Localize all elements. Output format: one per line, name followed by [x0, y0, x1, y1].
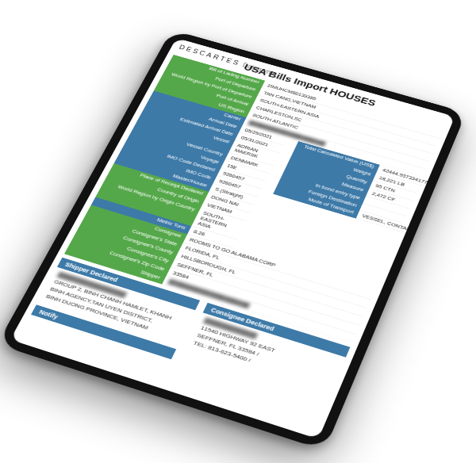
address-line: GROUP 2, BINH CHANH HAMLET, KHANH [52, 278, 186, 327]
row-value: 33584 [167, 267, 359, 335]
shipper-declared-body: ████████████████ GROUP 2, BINH CHANH HAM… [38, 267, 195, 346]
address-line: 11540 HIGHWAY 92 EAST [199, 324, 337, 374]
data-row: Consignee's Zip Code33584 [69, 237, 359, 334]
tablet-bezel: DESCARTESDatamyne USA Bills Import HOUSE… [0, 29, 466, 450]
data-row: Shipper████████████████████ [64, 246, 355, 343]
row-value: FLORIDA, FL [179, 243, 370, 308]
address-line: SEFFNER, FL 33584 / [195, 331, 333, 381]
data-row: Consignee's CitySEFFNER, FL [73, 229, 363, 326]
consignee-name-blur: ████████████ [202, 316, 340, 366]
address-line: BINH DUONG PROVINCE, VIETNAM [44, 293, 178, 341]
row-value: ROOMS TO GO ALABAMA CORP [183, 234, 374, 299]
row-label: Consignee's City [73, 229, 175, 267]
address-line: BINH AGENCY,TAN UYEN DISTRICT, [48, 285, 182, 334]
consignee-declared-body: ████████████ 11540 HIGHWAY 92 EASTSEFFNE… [186, 312, 346, 393]
data-row: Consignee's CountyHILLSBOROUGH, FL [78, 221, 367, 317]
row-value: HILLSBOROUGH, FL [175, 251, 367, 317]
shipper-declared-header: Shipper Declared [57, 258, 200, 311]
row-label: Consignee's Zip Code [69, 237, 171, 275]
row-label: Shipper [64, 246, 167, 285]
screen: DESCARTESDatamyne USA Bills Import HOUSE… [10, 38, 455, 439]
shipper-name-blur: ████████████████ [56, 271, 190, 319]
row-value: ████████████████████ [162, 276, 355, 343]
row-value: SEFFNER, FL [171, 259, 363, 326]
consignee-declared-header: Consignee Declared [203, 303, 351, 358]
notify-header: Notify [31, 304, 176, 359]
address-line: TEL: 813-623-5400 / [192, 339, 331, 390]
tablet-frame: DESCARTESDatamyne USA Bills Import HOUSE… [0, 29, 466, 450]
